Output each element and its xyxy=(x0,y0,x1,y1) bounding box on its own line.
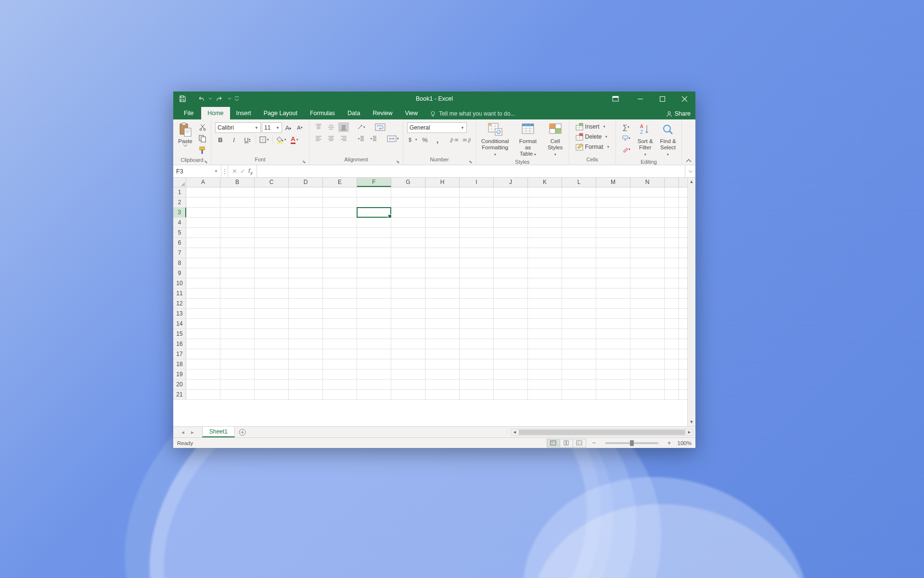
cell-G4[interactable] xyxy=(391,218,425,227)
paste-button[interactable]: Paste xyxy=(175,120,195,157)
cell-D9[interactable] xyxy=(289,268,323,278)
cell-C1[interactable] xyxy=(255,187,289,197)
cell-H5[interactable] xyxy=(425,228,460,237)
cell-D6[interactable] xyxy=(289,238,323,248)
cell-J1[interactable] xyxy=(494,187,528,197)
cell-L2[interactable] xyxy=(562,197,596,207)
tab-review[interactable]: Review xyxy=(366,107,398,119)
accounting-format-button[interactable]: $▾ xyxy=(407,135,418,144)
row-header-1[interactable]: 1 xyxy=(173,187,186,197)
zoom-level[interactable]: 100% xyxy=(678,440,692,446)
cell-D20[interactable] xyxy=(289,380,323,389)
save-button[interactable] xyxy=(177,93,188,104)
cell-L10[interactable] xyxy=(562,278,596,288)
zoom-in-button[interactable]: + xyxy=(666,439,673,447)
cell-K13[interactable] xyxy=(528,309,562,318)
row-header-18[interactable]: 18 xyxy=(173,359,186,369)
normal-view-button[interactable] xyxy=(547,439,560,447)
cell-J15[interactable] xyxy=(494,329,528,339)
cell-A9[interactable] xyxy=(186,268,220,278)
cell-F12[interactable] xyxy=(357,299,391,308)
cell-K2[interactable] xyxy=(528,197,562,207)
cell-F1[interactable] xyxy=(357,187,391,197)
column-header-F[interactable]: F xyxy=(357,178,391,187)
zoom-slider[interactable] xyxy=(605,442,658,444)
format-cells-button[interactable]: Format ▾ xyxy=(574,143,611,151)
cell-L17[interactable] xyxy=(562,349,596,359)
cell-F8[interactable] xyxy=(357,258,391,268)
cell-I13[interactable] xyxy=(460,309,494,318)
cell-E15[interactable] xyxy=(323,329,357,339)
cell-B12[interactable] xyxy=(220,299,255,308)
cell-J21[interactable] xyxy=(494,390,528,399)
cell-I8[interactable] xyxy=(460,258,494,268)
cell-M6[interactable] xyxy=(596,238,630,248)
orientation-button[interactable]: ▾ xyxy=(356,122,366,132)
cell-E21[interactable] xyxy=(323,390,357,399)
cell-B20[interactable] xyxy=(220,380,255,389)
font-launcher[interactable]: ⬊ xyxy=(302,159,306,164)
increase-font-button[interactable]: A▴ xyxy=(283,123,294,132)
cell-J12[interactable] xyxy=(494,299,528,308)
cell-D19[interactable] xyxy=(289,369,323,379)
cell-F10[interactable] xyxy=(357,278,391,288)
cell-L1[interactable] xyxy=(562,187,596,197)
cell-E19[interactable] xyxy=(323,369,357,379)
enter-formula-button[interactable]: ✓ xyxy=(240,168,245,175)
tab-home[interactable]: Home xyxy=(201,107,230,119)
cell-K18[interactable] xyxy=(528,359,562,369)
cell-B3[interactable] xyxy=(220,208,255,217)
tab-data[interactable]: Data xyxy=(341,107,366,119)
cell-K1[interactable] xyxy=(528,187,562,197)
cell-N14[interactable] xyxy=(630,319,665,328)
cell-B4[interactable] xyxy=(220,218,255,227)
align-middle-button[interactable] xyxy=(326,122,336,132)
row-header-11[interactable]: 11 xyxy=(173,289,186,298)
cell-E4[interactable] xyxy=(323,218,357,227)
select-all-button[interactable] xyxy=(173,178,186,187)
cell-K15[interactable] xyxy=(528,329,562,339)
underline-button[interactable]: U ▾ xyxy=(242,135,253,144)
increase-decimal-button[interactable]: .0.00 xyxy=(449,135,459,144)
qat-customize-button[interactable] xyxy=(234,93,240,104)
cell-A6[interactable] xyxy=(186,238,220,248)
find-select-button[interactable]: Find &Select ▾ xyxy=(656,120,680,159)
cell-G1[interactable] xyxy=(391,187,425,197)
column-header-J[interactable]: J xyxy=(494,178,528,187)
cell-C9[interactable] xyxy=(255,268,289,278)
cut-button[interactable] xyxy=(197,122,208,132)
cell-C16[interactable] xyxy=(255,339,289,349)
cell-A10[interactable] xyxy=(186,278,220,288)
cell-N19[interactable] xyxy=(630,369,665,379)
row-header-5[interactable]: 5 xyxy=(173,228,186,237)
cell-I14[interactable] xyxy=(460,319,494,328)
cell-G16[interactable] xyxy=(391,339,425,349)
tab-formulas[interactable]: Formulas xyxy=(304,107,341,119)
cell-G21[interactable] xyxy=(391,390,425,399)
insert-cells-button[interactable]: Insert ▾ xyxy=(574,122,611,131)
cell-D8[interactable] xyxy=(289,258,323,268)
cell-I6[interactable] xyxy=(460,238,494,248)
cell-G19[interactable] xyxy=(391,369,425,379)
align-center-button[interactable] xyxy=(326,134,336,144)
cell-A20[interactable] xyxy=(186,380,220,389)
cell-M19[interactable] xyxy=(596,369,630,379)
cell-M17[interactable] xyxy=(596,349,630,359)
cell-J19[interactable] xyxy=(494,369,528,379)
cell-B16[interactable] xyxy=(220,339,255,349)
cell-C17[interactable] xyxy=(255,349,289,359)
sheet-nav[interactable]: ◄► xyxy=(173,427,202,437)
format-as-table-button[interactable]: Format asTable ▾ xyxy=(513,120,542,159)
cell-F18[interactable] xyxy=(357,359,391,369)
cell-I1[interactable] xyxy=(460,187,494,197)
cell-J14[interactable] xyxy=(494,319,528,328)
column-header-M[interactable]: M xyxy=(596,178,630,187)
borders-button[interactable]: ▾ xyxy=(259,135,270,144)
cell-A8[interactable] xyxy=(186,258,220,268)
cell-E17[interactable] xyxy=(323,349,357,359)
cell-D16[interactable] xyxy=(289,339,323,349)
cell-L6[interactable] xyxy=(562,238,596,248)
cell-E14[interactable] xyxy=(323,319,357,328)
cell-I7[interactable] xyxy=(460,248,494,258)
ribbon-display-options-button[interactable] xyxy=(606,92,625,106)
